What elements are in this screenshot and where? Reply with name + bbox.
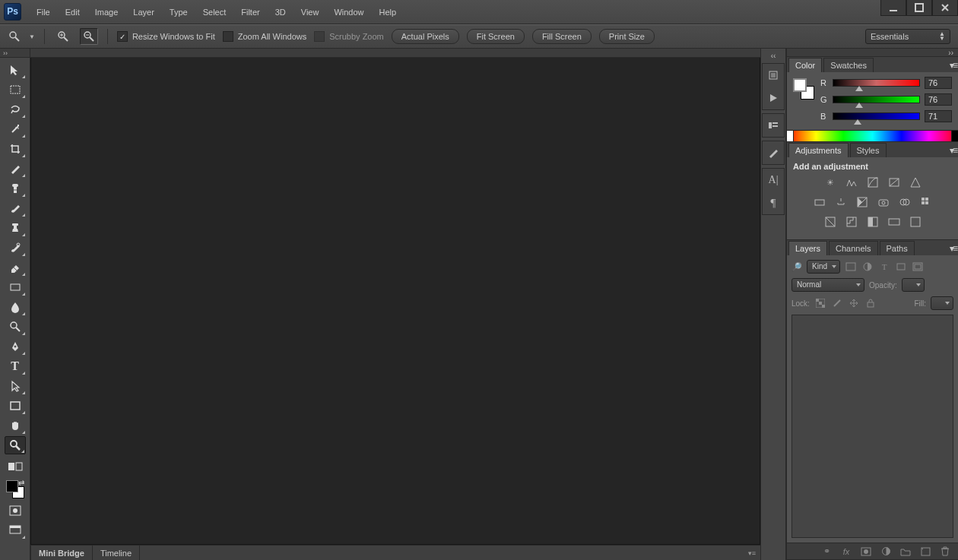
foreground-color[interactable]: [6, 480, 18, 492]
adj-curves-icon[interactable]: [866, 176, 880, 189]
window-maximize[interactable]: [906, 0, 932, 16]
option-zoom-all[interactable]: Zoom All Windows: [223, 31, 306, 42]
tab-layers[interactable]: Layers: [788, 241, 827, 255]
healing-brush-tool[interactable]: [5, 179, 26, 198]
adj-threshold-icon[interactable]: [866, 215, 880, 229]
menu-help[interactable]: Help: [372, 0, 404, 24]
screen-mode-toggle[interactable]: [5, 457, 26, 476]
option-scrubby-zoom[interactable]: Scrubby Zoom: [314, 31, 384, 42]
gradient-tool[interactable]: [5, 278, 26, 296]
lock-position-icon[interactable]: [848, 297, 860, 309]
filter-shape-icon[interactable]: [895, 261, 907, 273]
menu-layer[interactable]: Layer: [125, 0, 162, 24]
color-panel-flyout[interactable]: ▾≡: [950, 60, 956, 71]
type-tool[interactable]: T: [5, 357, 26, 375]
menu-window[interactable]: Window: [326, 0, 371, 24]
rect-marquee-tool[interactable]: [5, 81, 26, 99]
option-resize-windows[interactable]: ✓Resize Windows to Fit: [117, 31, 215, 42]
adj-vibrance-icon[interactable]: [909, 176, 922, 189]
layer-filter-kind[interactable]: Kind: [807, 260, 840, 274]
adj-color-balance-icon[interactable]: [834, 195, 848, 209]
button-fill-screen[interactable]: Fill Screen: [532, 29, 592, 44]
swap-colors-icon[interactable]: ⇄: [18, 479, 26, 486]
tab-timeline[interactable]: Timeline: [93, 546, 140, 561]
new-adjustment-layer-icon[interactable]: [880, 546, 891, 557]
zoom-tool[interactable]: [5, 436, 26, 454]
adj-gradient-map-icon[interactable]: [887, 215, 901, 229]
layer-fx-icon[interactable]: fx: [841, 546, 852, 557]
tab-paths[interactable]: Paths: [880, 241, 915, 255]
layer-mask-icon[interactable]: [861, 546, 871, 557]
color-spectrum-ramp[interactable]: [787, 130, 958, 141]
color-g-value[interactable]: 76: [925, 93, 952, 106]
history-panel-icon[interactable]: [763, 64, 784, 87]
adj-channel-mixer-icon[interactable]: [898, 195, 912, 209]
path-select-tool[interactable]: [5, 377, 26, 395]
adj-brightness-icon[interactable]: ☀: [823, 176, 837, 189]
blend-mode-select[interactable]: Normal: [791, 278, 864, 292]
lock-transparent-icon[interactable]: [814, 297, 826, 309]
tool-preset-zoom-icon[interactable]: [8, 30, 21, 43]
blur-tool[interactable]: [5, 298, 26, 316]
zoom-out-button[interactable]: [80, 28, 98, 45]
pen-tool[interactable]: [5, 337, 26, 356]
menu-file[interactable]: File: [29, 0, 58, 24]
button-actual-pixels[interactable]: Actual Pixels: [392, 29, 459, 44]
color-g-slider[interactable]: [833, 96, 920, 103]
color-swatches-tool[interactable]: ⇄: [5, 479, 26, 500]
tab-color[interactable]: Color: [788, 58, 822, 72]
tab-styles[interactable]: Styles: [850, 143, 887, 157]
adj-photo-filter-icon[interactable]: [877, 195, 890, 209]
filter-smart-icon[interactable]: [912, 261, 924, 273]
foreground-color-swatch[interactable]: [793, 78, 807, 92]
adj-invert-icon[interactable]: [823, 215, 837, 229]
quick-mask-toggle[interactable]: [5, 501, 26, 520]
menu-view[interactable]: View: [293, 0, 327, 24]
properties-panel-icon[interactable]: [763, 114, 784, 137]
tab-channels[interactable]: Channels: [829, 241, 877, 255]
adj-posterize-icon[interactable]: [845, 215, 858, 229]
adj-exposure-icon[interactable]: [887, 176, 901, 189]
toolbox-collapse-handle[interactable]: ››: [0, 49, 30, 58]
adjustments-panel-flyout[interactable]: ▾≡: [950, 145, 956, 156]
rectangle-shape-tool[interactable]: [5, 397, 26, 415]
preset-dropdown-arrow[interactable]: ▼: [29, 33, 35, 40]
lock-pixels-icon[interactable]: [831, 297, 843, 309]
menu-3d[interactable]: 3D: [268, 0, 293, 24]
hand-tool[interactable]: [5, 416, 26, 435]
screen-mode-button[interactable]: [5, 521, 26, 539]
menu-edit[interactable]: Edit: [58, 0, 87, 24]
panel-dock-collapse[interactable]: ››: [787, 49, 958, 57]
actions-panel-icon[interactable]: [763, 87, 784, 109]
button-print-size[interactable]: Print Size: [599, 29, 655, 44]
color-fg-bg-swatches[interactable]: [793, 78, 814, 100]
tab-mini-bridge[interactable]: Mini Bridge: [30, 546, 93, 561]
brush-tool[interactable]: [5, 199, 26, 217]
color-r-value[interactable]: 76: [925, 77, 952, 89]
menu-image[interactable]: Image: [87, 0, 126, 24]
workspace-switcher[interactable]: Essentials ▲▼: [865, 29, 950, 44]
adj-selective-color-icon[interactable]: [909, 215, 922, 229]
tab-adjustments[interactable]: Adjustments: [788, 143, 849, 157]
adj-levels-icon[interactable]: [845, 176, 858, 189]
color-r-slider[interactable]: [833, 79, 920, 87]
new-group-icon[interactable]: [900, 546, 911, 557]
adj-bw-icon[interactable]: [855, 195, 869, 209]
filter-pixel-icon[interactable]: [845, 261, 857, 273]
button-fit-screen[interactable]: Fit Screen: [467, 29, 525, 44]
new-layer-icon[interactable]: [920, 546, 931, 557]
canvas-area[interactable]: [30, 58, 760, 545]
menu-select[interactable]: Select: [195, 0, 234, 24]
move-tool[interactable]: [5, 61, 26, 79]
color-b-value[interactable]: 71: [925, 110, 952, 122]
layers-list[interactable]: [791, 315, 953, 538]
tab-swatches[interactable]: Swatches: [823, 58, 874, 72]
eraser-tool[interactable]: [5, 258, 26, 277]
history-brush-tool[interactable]: [5, 239, 26, 257]
adj-color-lookup-icon[interactable]: [919, 195, 933, 209]
menu-type[interactable]: Type: [162, 0, 195, 24]
filter-adjust-icon[interactable]: [861, 261, 874, 273]
eyedropper-tool[interactable]: [5, 160, 26, 178]
dock-collapse-handle[interactable]: ‹‹: [761, 52, 785, 60]
menu-filter[interactable]: Filter: [233, 0, 267, 24]
